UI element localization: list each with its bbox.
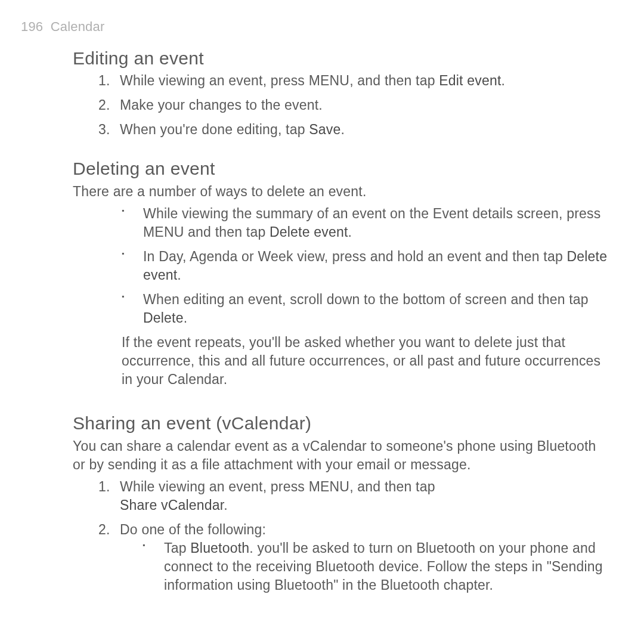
- heading-editing: Editing an event: [73, 47, 611, 71]
- page-content: Editing an event While viewing an event,…: [73, 47, 611, 595]
- page-header: 196 Calendar: [21, 18, 611, 36]
- share-intro: You can share a calendar event as a vCal…: [73, 437, 611, 474]
- list-item: Make your changes to the event.: [98, 96, 611, 114]
- step-text: While viewing an event, press MENU, and …: [120, 73, 439, 88]
- chapter-name: Calendar: [51, 19, 105, 34]
- bullet-text: While viewing the summary of an event on…: [143, 206, 600, 240]
- list-item: When you're done editing, tap Save.: [98, 120, 611, 139]
- bullet-text-post: .: [184, 310, 188, 326]
- bold-term: Save: [309, 122, 340, 137]
- delete-intro: There are a number of ways to delete an …: [73, 182, 611, 201]
- step-text-post: .: [341, 122, 345, 137]
- list-item: When editing an event, scroll down to th…: [122, 290, 611, 327]
- bold-term: Edit event: [439, 73, 501, 88]
- page-number: 196: [21, 19, 43, 34]
- editing-steps: While viewing an event, press MENU, and …: [98, 72, 611, 139]
- bullet-text-post: .: [348, 224, 352, 240]
- list-item: Do one of the following: Tap Bluetooth. …: [98, 521, 611, 595]
- delete-follow: If the event repeats, you'll be asked wh…: [122, 333, 611, 389]
- step-text: Do one of the following:: [120, 522, 266, 537]
- heading-deleting: Deleting an event: [73, 157, 611, 181]
- step-text-post: .: [224, 497, 228, 513]
- step-text-post: .: [501, 73, 506, 88]
- list-item: While viewing the summary of an event on…: [122, 205, 611, 242]
- list-item: Tap Bluetooth. you'll be asked to turn o…: [143, 539, 611, 595]
- step-text: While viewing an event, press MENU, and …: [120, 479, 435, 494]
- share-sub-bullets: Tap Bluetooth. you'll be asked to turn o…: [143, 539, 611, 595]
- bullet-text: In Day, Agenda or Week view, press and h…: [143, 249, 566, 264]
- bold-term: Share vCalendar: [120, 497, 224, 513]
- bullet-text: When editing an event, scroll down to th…: [143, 292, 589, 307]
- share-steps: While viewing an event, press MENU, and …: [98, 478, 611, 595]
- list-item: In Day, Agenda or Week view, press and h…: [122, 247, 611, 284]
- bold-term: Bluetooth: [190, 540, 249, 556]
- step-text: Make your changes to the event.: [120, 97, 323, 113]
- bullet-text: Tap: [164, 540, 190, 556]
- list-item: While viewing an event, press MENU, and …: [98, 478, 611, 515]
- bold-term: Delete: [143, 310, 184, 326]
- bold-term: Delete event: [270, 224, 348, 240]
- list-item: While viewing an event, press MENU, and …: [98, 72, 611, 90]
- heading-sharing: Sharing an event (vCalendar): [73, 411, 611, 436]
- bullet-text-post: .: [177, 267, 181, 283]
- delete-bullets: While viewing the summary of an event on…: [122, 205, 611, 327]
- step-text: When you're done editing, tap: [120, 122, 309, 137]
